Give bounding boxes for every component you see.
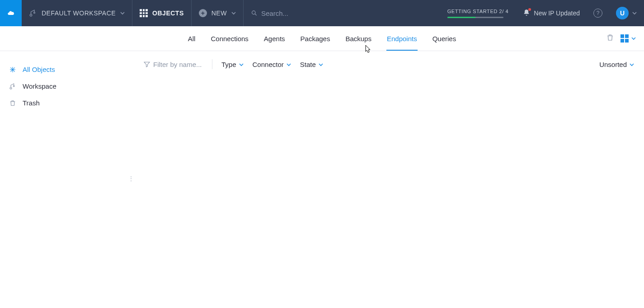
- svg-point-3: [10, 87, 12, 89]
- sort-label: Unsorted: [599, 61, 627, 68]
- bell-icon: [523, 9, 530, 18]
- sidebar-item-workspace[interactable]: Workspace: [7, 78, 126, 95]
- filter-label: State: [300, 61, 316, 68]
- sidebar-item-label: Workspace: [23, 82, 56, 90]
- topbar-right: GETTING STARTED 2/ 4 New IP Updated ? U: [440, 0, 644, 26]
- nav-objects[interactable]: OBJECTS: [132, 0, 192, 26]
- tab-queries[interactable]: Queries: [432, 27, 456, 50]
- sidebar: All Objects Workspace Trash ⋮: [0, 51, 133, 308]
- cloud-icon: [7, 7, 14, 19]
- sort-button[interactable]: Unsorted: [599, 61, 634, 68]
- notification-dot: [528, 8, 531, 11]
- progress-bar: [447, 17, 503, 18]
- filter-name-input[interactable]: [153, 61, 203, 68]
- tab-connections[interactable]: Connections: [211, 27, 248, 50]
- search-input[interactable]: [261, 9, 433, 17]
- getting-started-widget[interactable]: GETTING STARTED 2/ 4: [440, 9, 516, 18]
- chevron-down-icon: [120, 9, 125, 17]
- sidebar-item-label: All Objects: [23, 66, 55, 73]
- new-button[interactable]: + NEW: [192, 0, 244, 26]
- grid-icon: [140, 9, 148, 17]
- help-button[interactable]: ?: [587, 9, 609, 18]
- main-panel: Type Connector State Unsorted: [133, 51, 644, 308]
- tab-agents[interactable]: Agents: [264, 27, 285, 50]
- workspace-switcher[interactable]: DEFAULT WORKSPACE: [22, 0, 132, 26]
- sidebar-item-all-objects[interactable]: All Objects: [7, 61, 126, 78]
- filter-label: Type: [221, 61, 236, 68]
- tab-backups[interactable]: Backups: [345, 27, 371, 50]
- notification-button[interactable]: New IP Updated: [516, 9, 587, 18]
- plus-circle-icon: +: [199, 9, 207, 17]
- top-bar: DEFAULT WORKSPACE OBJECTS + NEW GETTING …: [0, 0, 644, 26]
- workspace-icon: [9, 83, 17, 90]
- content-area: All Objects Workspace Trash ⋮ Type Conne…: [0, 51, 644, 308]
- tab-endpoints[interactable]: Endpoints: [387, 27, 417, 50]
- user-menu[interactable]: U: [609, 7, 644, 19]
- workspace-icon: [29, 9, 37, 17]
- tab-all[interactable]: All: [188, 27, 196, 50]
- star-icon: [9, 66, 17, 73]
- trash-button[interactable]: [606, 33, 614, 43]
- view-switcher[interactable]: [620, 34, 636, 43]
- filter-label: Connector: [253, 61, 284, 68]
- filter-icon: [143, 61, 150, 68]
- chevron-down-icon: [632, 9, 637, 17]
- sidebar-resize-handle[interactable]: ⋮: [128, 175, 135, 182]
- chevron-down-icon: [239, 61, 244, 68]
- chevron-down-icon: [631, 34, 636, 43]
- filter-connector[interactable]: Connector: [253, 61, 291, 68]
- global-search[interactable]: [244, 0, 440, 26]
- svg-point-4: [13, 85, 14, 87]
- svg-point-1: [34, 12, 35, 14]
- filter-bar: Type Connector State Unsorted: [143, 59, 634, 69]
- svg-point-2: [252, 11, 255, 14]
- sidebar-item-trash[interactable]: Trash: [7, 95, 126, 111]
- notification-text: New IP Updated: [534, 9, 580, 17]
- avatar: U: [616, 7, 629, 19]
- chevron-down-icon: [630, 61, 634, 68]
- nav-objects-label: OBJECTS: [152, 9, 184, 17]
- object-type-tabs: All Connections Agents Packages Backups …: [0, 26, 644, 51]
- filter-type[interactable]: Type: [221, 61, 244, 68]
- workspace-label: DEFAULT WORKSPACE: [42, 9, 116, 17]
- getting-started-label: GETTING STARTED 2/ 4: [447, 9, 509, 14]
- divider: [212, 59, 212, 69]
- filter-by-name[interactable]: [143, 61, 203, 68]
- help-icon: ?: [593, 9, 602, 18]
- sidebar-item-label: Trash: [23, 99, 40, 107]
- chevron-down-icon: [287, 61, 291, 68]
- grid-view-icon: [620, 34, 629, 43]
- search-icon: [251, 9, 258, 17]
- new-label: NEW: [212, 9, 227, 17]
- svg-point-0: [30, 14, 32, 16]
- chevron-down-icon: [231, 9, 236, 17]
- trash-icon: [9, 100, 17, 107]
- tab-packages[interactable]: Packages: [301, 27, 330, 50]
- chevron-down-icon: [319, 61, 323, 68]
- app-logo[interactable]: [0, 0, 22, 26]
- filter-state[interactable]: State: [300, 61, 323, 68]
